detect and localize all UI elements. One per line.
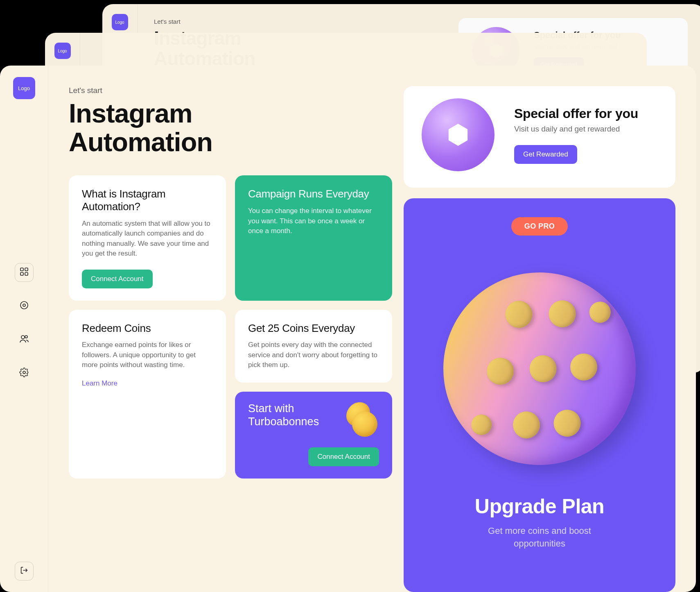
offer-title: Special offer for you — [514, 106, 657, 121]
logo: Logo — [112, 14, 128, 30]
nav-dashboard[interactable] — [15, 263, 34, 282]
go-pro-button[interactable]: GO PRO — [511, 217, 568, 236]
learn-more-link[interactable]: Learn More — [82, 379, 117, 388]
offer-subtitle: Visit us daily and get rewarded — [514, 125, 657, 134]
card-desc: You can change the interval to whatever … — [248, 206, 379, 236]
turbo-card: Start withTurboabonnes Connect Account — [235, 392, 392, 479]
logo: Logo — [54, 43, 71, 59]
header-prelabel: Let's start — [154, 18, 449, 25]
sidebar-nav — [15, 263, 34, 383]
svg-rect-2 — [20, 272, 23, 275]
grid-icon — [19, 267, 29, 278]
svg-point-5 — [23, 304, 25, 306]
card-title: Redeem Coins — [82, 322, 213, 335]
svg-point-4 — [20, 302, 28, 309]
campaign-card: Campaign Runs Everyday You can change th… — [235, 175, 392, 300]
offer-card: Special offer for you Visit us daily and… — [404, 86, 675, 188]
connect-account-button[interactable]: Connect Account — [308, 447, 379, 466]
svg-point-8 — [23, 371, 25, 374]
get-rewarded-button[interactable]: Get Rewarded — [514, 145, 577, 164]
redeem-card: Redeem Coins Exchange earned points for … — [69, 310, 226, 479]
coins-25-card: Get 25 Coins Everyday Get points every d… — [235, 310, 392, 383]
logout-button[interactable] — [15, 562, 34, 581]
what-is-card: What is Instagram Automation? An automat… — [69, 175, 226, 300]
card-title: Start withTurboabonnes — [248, 402, 319, 429]
sidebar: Logo — [0, 66, 48, 592]
target-icon — [19, 300, 29, 312]
card-desc: Exchange earned points for likes or foll… — [82, 340, 213, 370]
card-desc: An automatic system that will allow you … — [82, 219, 213, 259]
app-window: Logo — [0, 66, 696, 592]
svg-rect-3 — [25, 272, 28, 275]
users-icon — [19, 334, 29, 345]
page-title: InstagramAutomation — [69, 99, 392, 157]
card-title: What is Instagram Automation? — [82, 188, 213, 213]
card-desc: Get points every day with the connected … — [248, 340, 379, 370]
main-content: Let's start InstagramAutomation What is … — [48, 66, 696, 592]
svg-rect-0 — [20, 268, 23, 271]
svg-point-7 — [25, 336, 27, 338]
logo[interactable]: Logo — [13, 77, 35, 99]
upgrade-card: GO PRO Upgrade Plan Get mor — [404, 198, 675, 592]
upgrade-subtitle: Get more coins and boost opportunities — [466, 525, 613, 550]
logout-icon — [20, 566, 29, 576]
gear-icon — [19, 367, 29, 379]
disc-illustration — [443, 272, 636, 465]
nav-target[interactable] — [15, 297, 34, 315]
nav-users[interactable] — [15, 330, 34, 349]
svg-rect-1 — [25, 268, 28, 271]
connect-account-button[interactable]: Connect Account — [82, 270, 153, 288]
upgrade-title: Upgrade Plan — [475, 494, 604, 518]
coins-illustration — [343, 402, 379, 438]
card-title: Campaign Runs Everyday — [248, 188, 379, 200]
card-title: Get 25 Coins Everyday — [248, 322, 379, 335]
header-prelabel: Let's start — [69, 86, 392, 95]
torus-illustration — [422, 98, 495, 171]
nav-settings[interactable] — [15, 364, 34, 383]
svg-point-6 — [21, 336, 25, 339]
